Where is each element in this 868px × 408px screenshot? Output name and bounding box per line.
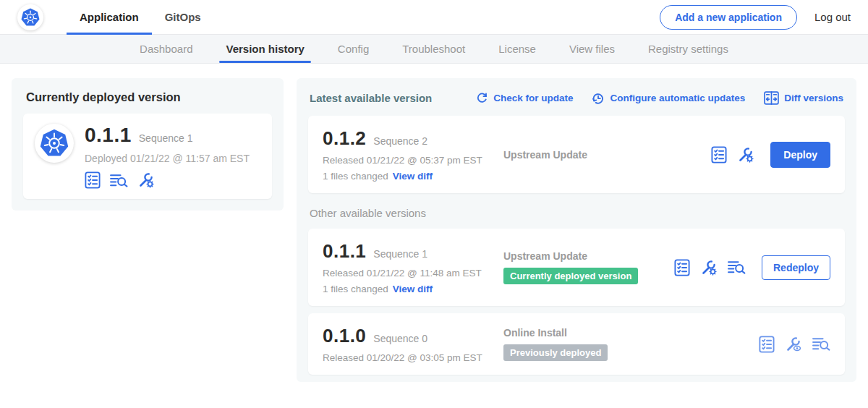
currently-deployed-card: Currently deployed version 0.1.1 Sequenc…: [12, 78, 284, 211]
configure-updates-label: Configure automatic updates: [610, 93, 745, 103]
tab-gitops[interactable]: GitOps: [152, 0, 214, 34]
diff-icon: [764, 91, 779, 105]
released-timestamp: Released 01/21/22 @ 11:48 am EST: [323, 268, 503, 279]
released-timestamp: Released 01/21/22 @ 05:37 pm EST: [323, 155, 503, 166]
diff-versions-label: Diff versions: [784, 93, 843, 103]
check-for-update-link[interactable]: Check for update: [476, 92, 573, 104]
view-diff-link[interactable]: View diff: [393, 171, 433, 182]
version-row-0-1-1: 0.1.1 Sequence 1 Released 01/21/22 @ 11:…: [308, 229, 845, 306]
previously-deployed-badge: Previously deployed: [503, 344, 608, 361]
redeploy-button[interactable]: Redeploy: [762, 255, 830, 280]
main-content: Currently deployed version 0.1.1 Sequenc…: [0, 64, 868, 382]
tab-application[interactable]: Application: [67, 0, 152, 34]
deployed-card-title: Currently deployed version: [26, 90, 271, 104]
kubernetes-logo-icon: [21, 8, 40, 27]
released-timestamp: Released 01/20/22 @ 03:05 pm EST: [323, 352, 503, 363]
version-row-0-1-2: 0.1.2 Sequence 2 Released 01/21/22 @ 05:…: [308, 116, 845, 193]
kubernetes-app-icon: [40, 129, 69, 158]
configure-updates-link[interactable]: Configure automatic updates: [592, 92, 745, 105]
release-notes-icon[interactable]: [85, 171, 101, 189]
currently-deployed-badge: Currently deployed version: [503, 268, 638, 284]
edit-config-icon[interactable]: [137, 171, 155, 189]
panel-actions: Check for update Configure automatic upd…: [476, 91, 843, 105]
header-actions: Add a new application Log out: [660, 5, 851, 30]
deployed-timestamp: Deployed 01/21/22 @ 11:57 am EST: [85, 153, 250, 164]
version-source: Upstream Update: [503, 250, 674, 262]
app-header: Application GitOps Add a new application…: [0, 0, 868, 35]
other-versions-title: Other available versions: [310, 207, 843, 219]
tab-config[interactable]: Config: [321, 35, 386, 63]
version-number: 0.1.2: [323, 127, 366, 150]
add-application-button[interactable]: Add a new application: [660, 5, 797, 30]
tab-view-files[interactable]: View files: [553, 35, 631, 63]
sequence-label: Sequence 2: [373, 135, 427, 147]
version-source: Upstream Update: [503, 149, 711, 161]
version-number: 0.1.1: [323, 240, 366, 263]
diff-versions-link[interactable]: Diff versions: [764, 91, 843, 105]
sequence-label: Sequence 1: [373, 248, 427, 260]
view-config-icon[interactable]: [785, 336, 802, 353]
app-nav: Application GitOps: [67, 0, 214, 34]
tab-registry-settings[interactable]: Registry settings: [631, 35, 745, 63]
check-for-update-label: Check for update: [493, 93, 573, 103]
release-notes-icon[interactable]: [674, 259, 690, 276]
deployed-version-card: 0.1.1 Sequence 1 Deployed 01/21/22 @ 11:…: [23, 114, 272, 199]
refresh-icon: [476, 92, 488, 104]
release-notes-icon[interactable]: [711, 146, 727, 163]
edit-config-icon[interactable]: [700, 259, 718, 276]
files-changed-label: 1 files changed: [323, 284, 388, 294]
logout-button[interactable]: Log out: [814, 11, 851, 23]
files-changed-label: 1 files changed: [323, 171, 388, 182]
version-history-panel: Latest available version Check for updat…: [297, 78, 856, 382]
version-source: Online Install: [503, 327, 759, 339]
tab-dashboard[interactable]: Dashboard: [123, 35, 209, 63]
tab-version-history[interactable]: Version history: [209, 35, 320, 63]
view-logs-icon[interactable]: [728, 260, 746, 275]
tab-troubleshoot[interactable]: Troubleshoot: [386, 35, 482, 63]
deployed-sequence-label: Sequence 1: [139, 132, 193, 144]
view-diff-link[interactable]: View diff: [393, 284, 433, 294]
edit-config-icon[interactable]: [737, 146, 754, 163]
tab-license[interactable]: License: [482, 35, 553, 63]
deploy-button[interactable]: Deploy: [770, 142, 830, 168]
view-logs-icon[interactable]: [812, 336, 830, 352]
release-notes-icon[interactable]: [759, 336, 775, 353]
kubernetes-logo: [17, 4, 43, 30]
latest-version-title: Latest available version: [310, 92, 432, 104]
app-icon: [35, 124, 74, 163]
sequence-label: Sequence 0: [373, 333, 427, 344]
version-row-0-1-0: 0.1.0 Sequence 0 Released 01/20/22 @ 03:…: [308, 313, 845, 375]
version-number: 0.1.0: [323, 325, 366, 347]
schedule-icon: [592, 92, 605, 105]
deployed-version-number: 0.1.1: [85, 124, 132, 147]
view-logs-icon[interactable]: [110, 173, 128, 188]
app-subnav: Dashboard Version history Config Trouble…: [0, 35, 868, 64]
